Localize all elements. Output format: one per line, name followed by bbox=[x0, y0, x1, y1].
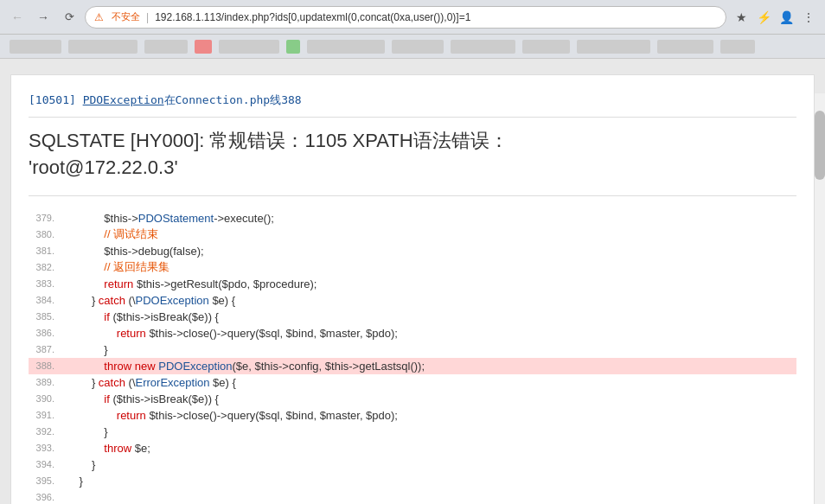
scrollbar[interactable] bbox=[815, 93, 825, 504]
line-num-394: 394. bbox=[29, 459, 63, 469]
browser-chrome: ← → ⟳ ⚠ 不安全 | 192.168.1.113/index.php?id… bbox=[0, 0, 825, 35]
scrollbar-thumb[interactable] bbox=[815, 111, 825, 180]
bookmark-placeholder-3 bbox=[144, 40, 188, 54]
code-line-393: 393. throw $e; bbox=[29, 440, 796, 456]
extensions-button[interactable]: ⚡ bbox=[754, 8, 773, 27]
line-content-394: } bbox=[63, 458, 95, 471]
code-line-383: 383. return $this->getResult($pdo, $proc… bbox=[29, 276, 796, 292]
bookmark-placeholder-5 bbox=[307, 40, 385, 54]
line-content-382: // 返回结果集 bbox=[63, 259, 169, 275]
line-content-396 bbox=[63, 491, 70, 504]
bookmark-placeholder-1 bbox=[10, 40, 61, 54]
browser-window: ← → ⟳ ⚠ 不安全 | 192.168.1.113/index.php?id… bbox=[0, 0, 825, 504]
address-bar[interactable]: ⚠ 不安全 | 192.168.1.113/index.php?ids[0,up… bbox=[85, 6, 726, 29]
line-num-390: 390. bbox=[29, 393, 63, 404]
line-content-380: // 调试结束 bbox=[63, 226, 158, 242]
url-text: 192.168.1.113/index.php?ids[0,updatexml(… bbox=[155, 11, 717, 23]
back-button[interactable]: ← bbox=[7, 7, 28, 28]
code-line-384: 384. } catch (\PDOException $e) { bbox=[29, 292, 796, 309]
bookmark-placeholder-7 bbox=[451, 40, 515, 54]
line-content-385: if ($this->isBreak($e)) { bbox=[63, 310, 219, 323]
error-line: 388 bbox=[281, 93, 301, 106]
line-content-395: } bbox=[63, 475, 83, 488]
bookmark-placeholder-4 bbox=[219, 40, 279, 54]
line-content-388: throw new PDOException($e, $this->config… bbox=[63, 360, 425, 373]
line-num-388: 388. bbox=[29, 360, 63, 371]
line-num-389: 389. bbox=[29, 377, 63, 387]
bookmark-placeholder-9 bbox=[577, 40, 650, 54]
line-content-389: } catch (\ErrorException $e) { bbox=[63, 376, 236, 389]
line-num-382: 382. bbox=[29, 262, 63, 272]
line-content-381: $this->debug(false); bbox=[63, 245, 204, 258]
line-num-386: 386. bbox=[29, 328, 63, 338]
line-num-381: 381. bbox=[29, 246, 63, 256]
line-content-391: return $this->close()->query($sql, $bind… bbox=[63, 409, 398, 422]
line-content-387: } bbox=[63, 343, 108, 356]
code-line-389: 389. } catch (\ErrorException $e) { bbox=[29, 374, 796, 391]
code-line-387: 387. } bbox=[29, 341, 796, 358]
line-num-395: 395. bbox=[29, 475, 63, 486]
line-num-379: 379. bbox=[29, 213, 63, 223]
line-content-383: return $this->getResult($pdo, $procedure… bbox=[63, 278, 317, 290]
line-content-390: if ($this->isBreak($e)) { bbox=[63, 392, 219, 405]
page-content: [10501] PDOException在Connection.php线388 … bbox=[10, 74, 815, 504]
code-line-380: 380. // 调试结束 bbox=[29, 226, 796, 243]
code-line-386: 386. return $this->close()->query($sql, … bbox=[29, 325, 796, 341]
reload-button[interactable]: ⟳ bbox=[59, 7, 80, 28]
line-num-393: 393. bbox=[29, 443, 63, 453]
code-line-382: 382. // 返回结果集 bbox=[29, 259, 796, 276]
bookmark-placeholder-6 bbox=[392, 40, 444, 54]
line-prefix: 线 bbox=[270, 93, 281, 106]
exception-class: PDOException bbox=[83, 93, 164, 106]
code-line-385: 385. if ($this->isBreak($e)) { bbox=[29, 309, 796, 325]
line-content-384: } catch (\PDOException $e) { bbox=[63, 294, 235, 307]
line-content-393: throw $e; bbox=[63, 442, 150, 455]
bookmark-placeholder-green bbox=[286, 40, 300, 54]
line-num-383: 383. bbox=[29, 278, 63, 289]
line-num-396: 396. bbox=[29, 492, 63, 502]
error-header: [10501] PDOException在Connection.php线388 bbox=[29, 93, 796, 118]
line-content-392: } bbox=[63, 425, 108, 438]
location-prefix: 在 bbox=[164, 93, 176, 106]
code-line-390: 390. if ($this->isBreak($e)) { bbox=[29, 391, 796, 407]
lock-icon: ⚠ bbox=[94, 11, 104, 23]
bookmarks-bar bbox=[0, 35, 825, 59]
bookmark-placeholder-11 bbox=[720, 40, 755, 54]
code-line-381: 381. $this->debug(false); bbox=[29, 243, 796, 259]
forward-button[interactable]: → bbox=[33, 7, 54, 28]
code-line-379: 379. $this->PDOStatement->execute(); bbox=[29, 210, 796, 226]
line-num-391: 391. bbox=[29, 410, 63, 420]
error-file: Connection.php bbox=[176, 93, 271, 106]
separator: | bbox=[146, 11, 149, 23]
line-num-392: 392. bbox=[29, 426, 63, 437]
line-num-387: 387. bbox=[29, 344, 63, 354]
code-block: 379. $this->PDOStatement->execute(); 380… bbox=[29, 210, 796, 504]
profile-button[interactable]: 👤 bbox=[777, 8, 796, 27]
insecure-label: 不安全 bbox=[112, 10, 140, 23]
bookmarks-button[interactable]: ★ bbox=[732, 8, 751, 27]
error-message-line1: SQLSTATE [HY000]: 常规错误：1105 XPATH语法错误： bbox=[29, 128, 796, 155]
bookmark-placeholder-red bbox=[195, 40, 212, 54]
code-line-391: 391. return $this->close()->query($sql, … bbox=[29, 407, 796, 424]
error-message-line2: 'root@172.22.0.3' bbox=[29, 155, 796, 182]
line-num-385: 385. bbox=[29, 311, 63, 322]
bookmark-placeholder-8 bbox=[522, 40, 570, 54]
code-line-394: 394. } bbox=[29, 456, 796, 473]
line-content-386: return $this->close()->query($sql, $bind… bbox=[63, 327, 398, 340]
code-line-388: 388. throw new PDOException($e, $this->c… bbox=[29, 358, 796, 374]
error-message: SQLSTATE [HY000]: 常规错误：1105 XPATH语法错误： '… bbox=[29, 128, 796, 196]
browser-action-buttons: ★ ⚡ 👤 ⋮ bbox=[732, 8, 818, 27]
line-num-380: 380. bbox=[29, 229, 63, 239]
code-line-392: 392. } bbox=[29, 424, 796, 440]
code-line-395: 395. } bbox=[29, 473, 796, 489]
bookmark-placeholder-10 bbox=[657, 40, 713, 54]
error-code: [10501] bbox=[29, 93, 76, 106]
line-num-384: 384. bbox=[29, 295, 63, 305]
code-line-396: 396. bbox=[29, 489, 796, 504]
menu-button[interactable]: ⋮ bbox=[799, 8, 818, 27]
line-content-379: $this->PDOStatement->execute(); bbox=[63, 212, 274, 225]
bookmark-placeholder-2 bbox=[68, 40, 138, 54]
